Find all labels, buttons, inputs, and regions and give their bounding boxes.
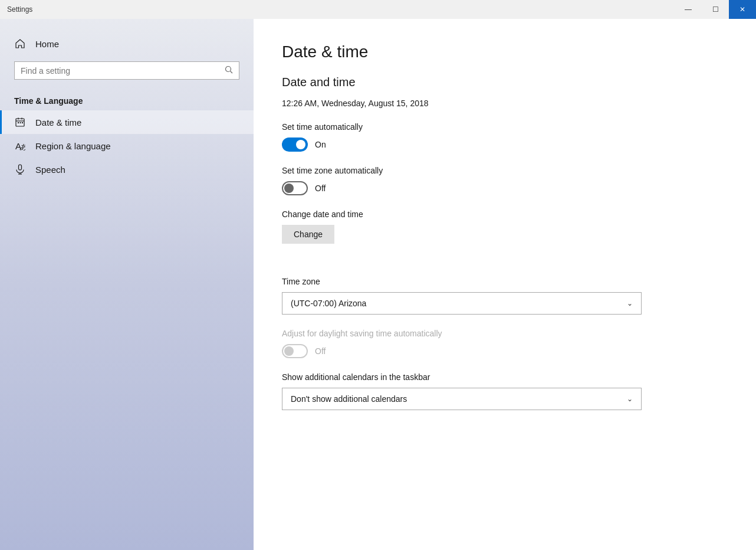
change-button[interactable]: Change	[282, 225, 334, 244]
sidebar-item-date-time[interactable]: Date & time	[0, 110, 254, 134]
sidebar-item-region-language[interactable]: A あ Region & language	[0, 134, 254, 158]
current-datetime: 12:26 AM, Wednesday, August 15, 2018	[282, 99, 728, 108]
sidebar-home[interactable]: Home	[0, 31, 254, 57]
set-time-auto-knob	[296, 140, 305, 149]
close-button[interactable]: ✕	[729, 0, 756, 19]
daylight-saving-row: Off	[282, 344, 728, 358]
set-timezone-auto-state: Off	[315, 184, 326, 193]
search-container	[0, 57, 254, 89]
sidebar-item-date-time-label: Date & time	[35, 117, 81, 127]
timezone-dropdown-container: (UTC-07:00) Arizona ⌄	[282, 292, 728, 315]
sidebar-section-title: Time & Language	[0, 89, 254, 110]
sidebar-item-speech[interactable]: Speech	[0, 158, 254, 181]
search-input[interactable]	[21, 66, 220, 76]
search-icon	[225, 66, 233, 76]
svg-point-0	[226, 67, 231, 72]
maximize-button[interactable]: ☐	[702, 0, 729, 19]
timezone-label: Time zone	[282, 277, 728, 286]
svg-text:あ: あ	[19, 143, 25, 151]
date-time-icon	[14, 116, 26, 128]
additional-calendars-label: Show additional calendars in the taskbar	[282, 372, 728, 382]
svg-rect-6	[18, 122, 19, 123]
daylight-saving-state: Off	[315, 346, 326, 356]
section-title: Date and time	[282, 76, 728, 89]
set-timezone-auto-row: Off	[282, 181, 728, 195]
svg-rect-7	[20, 122, 21, 123]
set-timezone-auto-knob	[284, 184, 294, 193]
set-timezone-auto-toggle[interactable]	[282, 181, 308, 195]
region-language-icon: A あ	[14, 140, 26, 152]
timezone-chevron-down-icon: ⌄	[627, 299, 633, 307]
window-controls: — ☐ ✕	[675, 0, 756, 19]
set-time-auto-state: On	[315, 140, 326, 149]
additional-calendars-chevron-down-icon: ⌄	[627, 395, 633, 403]
sidebar-item-region-language-label: Region & language	[35, 141, 111, 151]
speech-icon	[14, 163, 26, 175]
set-timezone-auto-label: Set time zone automatically	[282, 166, 728, 175]
additional-calendars-value: Don't show additional calendars	[291, 394, 407, 404]
daylight-saving-toggle	[282, 344, 308, 358]
sidebar: Home Time & Language	[0, 19, 254, 550]
set-time-auto-row: On	[282, 138, 728, 152]
search-box[interactable]	[14, 61, 239, 80]
timezone-dropdown[interactable]: (UTC-07:00) Arizona ⌄	[282, 292, 642, 315]
daylight-saving-knob	[284, 346, 294, 356]
content-area: Date & time Date and time 12:26 AM, Wedn…	[254, 19, 756, 550]
svg-line-1	[231, 71, 233, 74]
home-icon	[14, 38, 26, 50]
app-title: Settings	[7, 5, 32, 14]
set-time-auto-toggle[interactable]	[282, 138, 308, 152]
svg-rect-8	[22, 122, 23, 123]
additional-calendars-dropdown[interactable]: Don't show additional calendars ⌄	[282, 388, 642, 410]
app-container: Home Time & Language	[0, 19, 756, 550]
sidebar-item-speech-label: Speech	[35, 165, 65, 175]
title-bar: Settings — ☐ ✕	[0, 0, 756, 19]
page-title: Date & time	[282, 42, 728, 61]
timezone-value: (UTC-07:00) Arizona	[291, 299, 366, 308]
sidebar-home-label: Home	[35, 39, 59, 49]
set-time-auto-label: Set time automatically	[282, 122, 728, 132]
additional-calendars-dropdown-container: Don't show additional calendars ⌄	[282, 388, 728, 410]
change-datetime-label: Change date and time	[282, 209, 728, 219]
change-section: Change date and time Change	[282, 209, 728, 263]
svg-rect-11	[19, 165, 22, 170]
minimize-button[interactable]: —	[675, 0, 702, 19]
daylight-saving-label: Adjust for daylight saving time automati…	[282, 329, 728, 338]
